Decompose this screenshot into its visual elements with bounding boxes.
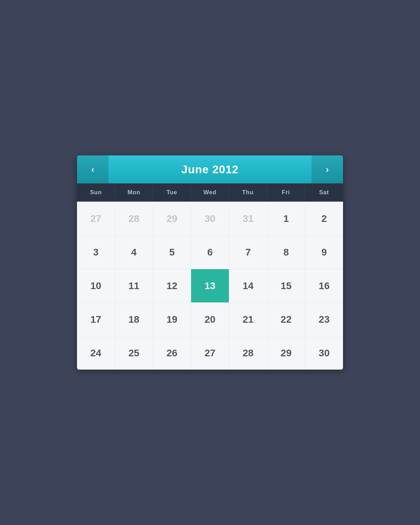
day-cell[interactable]: 26 — [153, 336, 191, 370]
day-cell[interactable]: 23 — [305, 303, 343, 336]
day-name-tue: Tue — [153, 183, 191, 202]
day-cell[interactable]: 31 — [229, 202, 267, 235]
day-name-fri: Fri — [267, 183, 305, 202]
day-cell[interactable]: 30 — [305, 336, 343, 370]
day-name-wed: Wed — [191, 183, 229, 202]
day-cell[interactable]: 5 — [153, 236, 191, 269]
day-cell[interactable]: 12 — [153, 269, 191, 302]
day-cell[interactable]: 19 — [153, 303, 191, 336]
day-name-sat: Sat — [305, 183, 343, 202]
day-name-sun: Sun — [77, 183, 115, 202]
day-cell[interactable]: 16 — [305, 269, 343, 302]
day-name-mon: Mon — [115, 183, 153, 202]
day-name-thu: Thu — [229, 183, 267, 202]
day-cell[interactable]: 1 — [267, 202, 305, 235]
day-cell[interactable]: 24 — [77, 336, 115, 370]
calendar-wrapper: ‹ June 2012 › SunMonTueWedThuFriSat 2728… — [77, 155, 343, 370]
next-month-button[interactable]: › — [312, 155, 343, 183]
day-cell[interactable]: 14 — [229, 269, 267, 302]
day-cell[interactable]: 13 — [191, 269, 229, 302]
day-cell[interactable]: 7 — [229, 236, 267, 269]
day-cell[interactable]: 6 — [191, 236, 229, 269]
day-cell[interactable]: 27 — [191, 336, 229, 370]
day-cell[interactable]: 9 — [305, 236, 343, 269]
month-title: June 2012 — [108, 155, 312, 183]
day-cell[interactable]: 28 — [115, 202, 153, 235]
day-cell[interactable]: 25 — [115, 336, 153, 370]
calendar-grid: 2728293031123456789101112131415161718192… — [77, 202, 343, 370]
prev-month-button[interactable]: ‹ — [77, 155, 108, 183]
day-cell[interactable]: 18 — [115, 303, 153, 336]
day-cell[interactable]: 28 — [229, 336, 267, 370]
day-cell[interactable]: 30 — [191, 202, 229, 235]
day-cell[interactable]: 10 — [77, 269, 115, 302]
calendar: ‹ June 2012 › SunMonTueWedThuFriSat 2728… — [77, 155, 343, 370]
day-cell[interactable]: 27 — [77, 202, 115, 235]
prev-icon: ‹ — [91, 164, 94, 175]
day-cell[interactable]: 4 — [115, 236, 153, 269]
day-cell[interactable]: 11 — [115, 269, 153, 302]
day-cell[interactable]: 21 — [229, 303, 267, 336]
day-cell[interactable]: 2 — [305, 202, 343, 235]
day-cell[interactable]: 17 — [77, 303, 115, 336]
day-cell[interactable]: 29 — [153, 202, 191, 235]
day-cell[interactable]: 20 — [191, 303, 229, 336]
day-cell[interactable]: 15 — [267, 269, 305, 302]
next-icon: › — [326, 164, 329, 175]
days-header: SunMonTueWedThuFriSat — [77, 183, 343, 202]
day-cell[interactable]: 29 — [267, 336, 305, 370]
calendar-header: ‹ June 2012 › — [77, 155, 343, 183]
day-cell[interactable]: 8 — [267, 236, 305, 269]
day-cell[interactable]: 22 — [267, 303, 305, 336]
day-cell[interactable]: 3 — [77, 236, 115, 269]
